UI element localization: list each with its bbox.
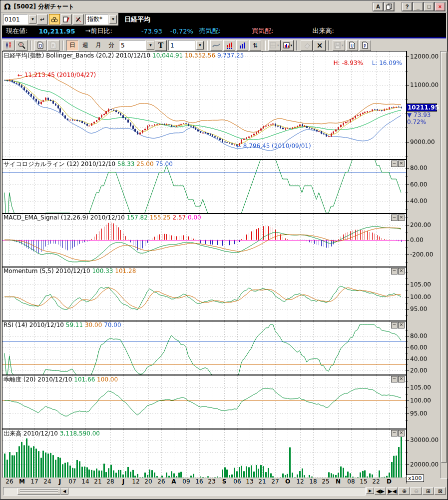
delete-button[interactable]: × [314,40,326,51]
panel-title: 乖離度 (20) [3,376,35,383]
blue-histogram-button[interactable] [236,40,248,51]
chart-settings-button[interactable]: ▾ [282,40,294,51]
panel-minimize-button[interactable]: − [391,322,398,328]
x-axis-label: 13 [246,478,253,485]
trend-tool-button[interactable]: T [155,40,167,51]
psych-lower-value: 25.00 [136,160,153,168]
panel-close-button[interactable]: × [398,160,405,167]
current-price-value: 10,211.95 [38,28,75,35]
chart-toolbar: D R 日 週 月 分 5 ▼ T 1 ▼ ⇅ ▾ ▾ × ▾ U P [2,38,446,52]
category-dropdown-button[interactable]: ▼ [109,15,117,24]
hscroll-thumb[interactable] [17,488,60,494]
category-select[interactable]: 指数* [85,14,108,24]
axis-tick [406,359,409,360]
panel-minimize-button[interactable]: − [391,268,398,274]
x-axis-label: 15 [360,478,367,485]
copy-window-button[interactable] [384,2,394,11]
page-p-button[interactable]: P [359,40,371,51]
axis-tick [406,56,409,57]
x-axis-label: S [222,478,227,485]
symbol-input[interactable] [3,16,27,23]
line-draw-button[interactable] [210,40,222,51]
draw-off-button[interactable] [73,14,84,24]
sort-updown-button[interactable]: ⇅ [249,40,261,51]
page-r-button[interactable]: R [47,40,59,51]
period-minute-button[interactable]: 分 [105,40,117,51]
period-daily-button[interactable]: 日 [66,40,78,51]
axis-tick [406,336,409,336]
page-u-button[interactable]: U [346,40,358,51]
panel-minimize-button[interactable]: − [391,214,398,221]
red-bars-icon [226,42,233,49]
panel-close-button[interactable]: × [398,268,405,274]
hscroll-track[interactable]: ◀ [3,487,366,496]
vertical-scrollbar[interactable] [440,51,448,478]
high-low-label: H: -8.93% L: 16.09% [334,60,402,66]
maximize-button[interactable]: □ [424,2,434,11]
multi-window-button[interactable]: ⊞ [423,487,434,494]
volume-label: 出来高: [313,26,334,36]
font-button[interactable]: A [373,2,383,11]
close-button[interactable]: × [435,2,445,11]
hscroll-right-button[interactable]: ▶ [366,488,374,494]
red-histogram-button[interactable] [223,40,235,51]
panel-minimize-button[interactable]: − [391,430,398,436]
panel-close-button[interactable]: × [398,430,405,436]
chart-type-icon [283,42,290,49]
compress-bars-button[interactable]: ▶◀ [387,487,398,494]
candlestick-chart-button[interactable] [2,40,14,51]
x-axis-label: A [171,478,176,485]
panel-title: RSI (14) [3,322,27,328]
price-chart-canvas[interactable] [2,52,406,159]
close-chart-button[interactable]: ⊠ [435,487,446,494]
panel-minimize-button[interactable]: − [391,160,398,167]
help-button[interactable]: ? [402,2,412,11]
eraser-button[interactable] [301,40,313,51]
panel-minimize-button[interactable]: − [391,376,398,382]
ask-label: 売気配: [199,26,221,36]
app-logo-icon: Ω [4,2,11,12]
panel-title: 出来高 [3,430,21,437]
axis-minor-tick [406,100,408,100]
count-select[interactable]: 1 [168,40,195,50]
momentum-value: 100.33 [92,268,113,274]
page-d-button[interactable]: D [34,40,46,51]
signal-value: 155.25 [150,214,171,221]
search-binoculars-button[interactable] [49,14,60,24]
hscroll-left-button[interactable]: ◀ [60,488,68,494]
zoom-in-button[interactable]: ⊕ [399,487,410,494]
titlebar[interactable]: Ω [5002] 分析チャート A ? _ □ × [1,1,447,12]
axis-label: 105.00 [410,281,431,288]
high-annotation: ← 11,213.45 (2010/04/27) [17,72,96,78]
expand-bars-button[interactable]: ◀▶ [375,487,386,494]
symbol-dropdown-button[interactable]: ▼ [29,15,36,24]
macd-chart-canvas[interactable] [2,214,406,266]
minimize-button[interactable]: _ [413,2,423,11]
count-dropdown-button[interactable]: ▼ [196,41,204,50]
toolbar-separator [206,40,208,50]
hist-value: 2.57 [172,214,186,221]
x-axis-label: 24 [43,478,51,485]
rsi-chart-canvas[interactable] [2,322,406,374]
momentum-chart-canvas[interactable] [2,268,406,320]
interval-dropdown-button[interactable]: ▼ [147,41,154,50]
panel-close-button[interactable]: × [398,214,405,221]
axis-tick [406,184,409,185]
zoom-out-button[interactable]: ⊖ [411,487,422,494]
rsi-lower-value: 30.00 [85,322,102,328]
zoom-tool-button[interactable] [15,40,27,51]
memo-edit-button[interactable] [61,14,72,24]
axis-tick [406,254,409,255]
axis-label: 80.00 [410,164,427,172]
panel-close-button[interactable]: × [398,322,405,328]
period-monthly-button[interactable]: 月 [92,40,104,51]
period-weekly-button[interactable]: 週 [79,40,91,51]
enter-button[interactable]: ↵ [37,14,48,24]
vscroll-thumb[interactable] [441,52,447,462]
save-button[interactable]: ▾ [333,40,345,51]
interval-select[interactable]: 5 [119,40,146,50]
axis-tick [406,168,409,168]
panel-close-button[interactable]: × [398,376,405,382]
grid-layout-button[interactable]: ▾ [268,40,281,51]
momentum-panel: Momentum (5,5) 2010/12/10 100.33 101.28 … [2,268,406,322]
